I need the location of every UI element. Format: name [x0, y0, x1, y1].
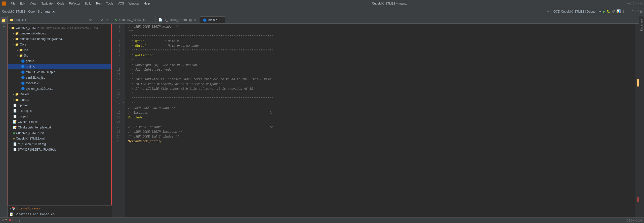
tree-arrow-root: ▾: [9, 26, 11, 29]
tree-item-ext-libs[interactable]: ▸ 📚 External Libraries: [8, 205, 112, 211]
debug-button[interactable]: 🐛: [607, 9, 611, 14]
tab-ioc-close[interactable]: ✕: [149, 18, 152, 22]
ext-libs-icon: 📚: [12, 206, 15, 210]
breadcrumb-item-core[interactable]: Core: [28, 10, 35, 13]
menu-tools[interactable]: Tools: [104, 1, 115, 6]
xml-label: CubeMX_STM32.xml: [16, 137, 45, 140]
more-button[interactable]: ⋮: [622, 9, 625, 14]
code-text-8: *: [128, 58, 134, 63]
project-file-icon: 📄: [13, 115, 17, 118]
debug-config-dropdown[interactable]: OCD CubeMX_STM32 | Debug: [550, 9, 602, 14]
panel-settings-button[interactable]: ⚙: [99, 18, 104, 22]
code-line-11: *: [128, 72, 635, 77]
menu-code[interactable]: Code: [55, 1, 66, 6]
line-num-9: 9: [119, 63, 120, 68]
close-button[interactable]: ✕: [638, 2, 642, 5]
tree-item-project[interactable]: 📄 .project: [8, 114, 111, 119]
tree-item-syscalls[interactable]: 🔵 syscalls.c: [8, 80, 111, 86]
cmake-debug-icon: 📁: [15, 32, 19, 35]
database-panel-label[interactable]: Database: [640, 19, 643, 31]
status-warnings[interactable]: ⚠ 2: [2, 219, 7, 222]
git-icon[interactable]: ⎇: [629, 10, 633, 13]
tree-item-cmake-ming[interactable]: ▸ 📁 cmake-build-debug-mingwstm32: [8, 36, 111, 42]
menu-window[interactable]: Window: [127, 1, 141, 6]
code-content[interactable]: /* USER CODE BEGIN Header */ /** *******…: [125, 24, 635, 217]
tree-item-cmake-txt[interactable]: 📝 CMakeLists.txt: [8, 119, 111, 125]
code-text-17: */: [128, 101, 135, 106]
run-button[interactable]: ▶: [603, 9, 606, 14]
tree-item-hal-msp[interactable]: 🔵 stm32f1xx_hal_msp.c: [8, 69, 111, 75]
tree-item-ioc[interactable]: ⚙ CubeMX_STM32.ioc: [8, 130, 111, 136]
profile-button[interactable]: ⏱: [612, 10, 615, 14]
code-text-9: * Copyright (c) 2022 STMicroelectronics.: [128, 63, 204, 68]
menu-vcs[interactable]: VCS: [116, 1, 126, 6]
mxproject-icon: 📄: [13, 109, 17, 113]
project-panel: 📁 Project ▾ ⟳ ⊟ ⚙ ✕ ▾ 📁 CubeMX_STM32 D:\…: [8, 16, 112, 217]
sidebar-icon-project[interactable]: 📁: [1, 17, 7, 24]
tree-item-flash[interactable]: 📄 STM32F103ZETx_FLASH.ld: [8, 147, 111, 152]
fold-icon-17[interactable]: ▾: [123, 101, 124, 104]
menu-edit[interactable]: Edit: [18, 1, 27, 6]
tree-item-cfg[interactable]: 📄 st_nucleo_f103rb.cfg: [8, 141, 111, 147]
tree-item-root[interactable]: ▾ 📁 CubeMX_STM32 D:\Study_Data\STM32_Stu…: [8, 25, 111, 31]
status-down-icon[interactable]: ↓: [19, 219, 20, 222]
maximize-button[interactable]: □: [633, 2, 636, 5]
tab-main[interactable]: 🔵 main.c ✕: [200, 16, 225, 23]
panel-sync-button[interactable]: ⟳: [88, 18, 93, 22]
tab-main-close[interactable]: ✕: [219, 18, 222, 22]
menu-refactor[interactable]: Refactor: [67, 1, 82, 6]
update-icon[interactable]: ↑: [634, 10, 636, 13]
tab-cfg[interactable]: 📄 st_nucleo_f103rb.cfg ✕: [155, 16, 200, 23]
startup-label: startup: [20, 98, 29, 102]
cproject-icon: 📄: [13, 104, 17, 107]
menu-navigate[interactable]: Navigate: [39, 1, 55, 6]
status-errors[interactable]: ✖ 1: [9, 219, 13, 222]
panel-collapse-button[interactable]: ⊟: [94, 18, 98, 22]
breadcrumb-item-src[interactable]: Src: [38, 10, 42, 13]
tree-item-startup[interactable]: ▸ 📁 startup: [8, 97, 111, 103]
scrollbar-track[interactable]: [635, 24, 639, 217]
coverage-button[interactable]: 📊: [616, 9, 621, 14]
panel-hide-button[interactable]: ✕: [105, 18, 110, 22]
code-line-17: */: [128, 101, 635, 106]
sidebar-icon-structure[interactable]: ≡: [1, 24, 7, 31]
menu-view[interactable]: View: [28, 1, 38, 6]
tree-item-inc[interactable]: ▸ 📁 Inc: [8, 47, 111, 53]
expand-icon[interactable]: ⤢: [637, 10, 639, 13]
menu-run[interactable]: Run: [94, 1, 104, 6]
tree-item-cmake-tpl[interactable]: 📝 CMakeLists_template.txt: [8, 125, 111, 130]
breadcrumb-item-project[interactable]: CubeMX_STM32: [2, 10, 25, 13]
gpio-icon: 🔵: [21, 59, 25, 63]
tree-item-xml[interactable]: ⚙ CubeMX_STM32.xml: [8, 136, 111, 141]
scratches-bar[interactable]: 📝 Scratches and Consoles: [8, 211, 112, 217]
tree-item-it[interactable]: 🔵 stm32f1xx_it.c: [8, 75, 111, 80]
project-dropdown-icon[interactable]: ▾: [25, 18, 26, 22]
code-line-10: * All rights reserved.: [128, 68, 635, 72]
tree-item-main[interactable]: 🔵 main.c: [8, 64, 111, 69]
menu-help[interactable]: Help: [142, 1, 152, 6]
tab-cfg-label: st_nucleo_f103rb.cfg: [164, 18, 192, 22]
tree-item-system[interactable]: 🔵 system_stm32f1xx.c: [8, 86, 111, 92]
layout-icon[interactable]: ▣: [640, 10, 642, 13]
back-arrow-icon[interactable]: ←: [547, 9, 549, 14]
tab-ioc[interactable]: ⚙ CubeMX_STM32.ioc ✕: [112, 16, 155, 23]
menu-build[interactable]: Build: [83, 1, 94, 6]
tree-item-src[interactable]: ▾ 📁 Src: [8, 53, 111, 58]
tree-arrow-cmake-ming: ▸: [13, 37, 15, 40]
code-text-25: SystemClock_Config: [128, 139, 161, 144]
tree-item-gpio[interactable]: 🔵 gpio.c: [8, 58, 111, 64]
it-icon: 🔵: [21, 76, 25, 80]
menu-file[interactable]: File: [9, 1, 17, 6]
tab-cfg-close[interactable]: ✕: [193, 18, 197, 22]
scrollbar-thumb[interactable]: [637, 79, 639, 86]
tree-item-core[interactable]: ▾ 📁 Core: [8, 42, 111, 47]
status-up-icon[interactable]: ↑: [15, 219, 17, 222]
minimize-button[interactable]: —: [627, 2, 631, 5]
tree-item-drivers[interactable]: ▸ 📁 Drivers: [8, 92, 111, 97]
tree-item-cmake-debug[interactable]: ▸ 📁 cmake-build-debug: [8, 31, 111, 36]
flash-icon: 📄: [13, 148, 17, 152]
root-path: D:\Study_Data\STM32_Study\CubeMX_STM32: [41, 26, 99, 29]
tree-item-mxproject[interactable]: 📄 .mxproject: [8, 108, 111, 114]
tree-item-cproject[interactable]: 📄 .cproject: [8, 103, 111, 108]
breadcrumb-item-file[interactable]: main.c: [45, 10, 55, 13]
